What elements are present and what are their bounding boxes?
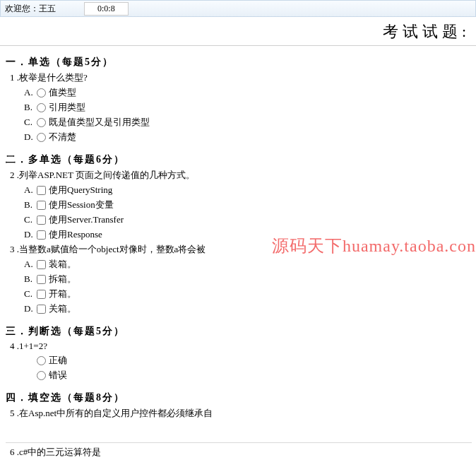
option-label: 拆箱。 [49, 273, 76, 285]
option-checkbox[interactable] [37, 275, 46, 284]
option-letter: B. [24, 101, 37, 114]
option-row: D. 不清楚 [24, 131, 472, 143]
option-label: 值类型 [49, 86, 76, 99]
option-row: 正确 [24, 354, 472, 367]
option-label: 既是值类型又是引用类型 [49, 116, 150, 129]
option-row: A. 装箱。 [24, 258, 472, 271]
option-label: 使用QueryString [49, 184, 112, 196]
exam-content: 一．单选（每题5分） 1 .枚举是什么类型?A. 值类型B. 引用类型C. 既是… [0, 46, 476, 460]
option-checkbox[interactable] [37, 260, 46, 269]
section-heading: 三．判断选（每题5分） [6, 325, 472, 338]
option-checkbox[interactable] [37, 305, 46, 314]
option-row: D. 使用Response [24, 228, 472, 241]
option-letter: D. [24, 131, 37, 143]
option-letter: A. [24, 86, 37, 99]
option-label: 装箱。 [49, 258, 76, 271]
option-letter: D. [24, 228, 37, 241]
answer-space [6, 421, 472, 435]
option-letter: C. [24, 213, 37, 226]
timer-display: 0:0:8 [84, 2, 129, 16]
option-label: 引用类型 [49, 101, 85, 114]
section-heading: 四．填空选（每题8分） [6, 391, 472, 404]
option-row: B. 引用类型 [24, 101, 472, 114]
option-label: 开箱。 [49, 288, 76, 300]
question-text: 1 .枚举是什么类型? [10, 71, 472, 84]
section-heading: 二．多单选（每题6分） [6, 153, 472, 166]
question-text: 6 .c#中的三元运算符是 [10, 446, 472, 459]
option-radio[interactable] [37, 133, 46, 142]
option-row: D. 关箱。 [24, 302, 472, 315]
option-row: 错误 [24, 369, 472, 382]
option-label: 使用Server.Transfer [49, 213, 124, 226]
option-letter: D. [24, 302, 37, 315]
option-checkbox[interactable] [37, 230, 46, 240]
option-row: A. 使用QueryString [24, 184, 472, 196]
option-label: 错误 [49, 369, 67, 382]
option-letter: B. [24, 273, 37, 285]
option-row: C. 开箱。 [24, 288, 472, 300]
option-label: 正确 [49, 354, 67, 367]
option-radio[interactable] [37, 103, 46, 112]
option-label: 使用Response [49, 228, 102, 241]
option-checkbox[interactable] [37, 201, 46, 210]
question-text: 4 .1+1=2? [10, 341, 472, 352]
option-letter: C. [24, 116, 37, 129]
option-letter: A. [24, 184, 37, 196]
welcome-text: 欢迎您：王五 [5, 3, 56, 15]
option-letter: B. [24, 199, 37, 211]
option-label: 关箱。 [49, 302, 76, 315]
option-letter: A. [24, 258, 37, 271]
question-text: 5 .在Asp.net中所有的自定义用户控件都必须继承自 [10, 407, 472, 420]
option-radio[interactable] [37, 356, 46, 365]
option-checkbox[interactable] [37, 216, 46, 225]
option-checkbox[interactable] [37, 290, 46, 299]
option-checkbox[interactable] [37, 186, 46, 195]
option-label: 使用Session变量 [49, 199, 114, 211]
option-label: 不清楚 [49, 131, 76, 143]
option-row: C. 既是值类型又是引用类型 [24, 116, 472, 129]
top-bar: 欢迎您：王五 0:0:8 [0, 0, 476, 17]
option-radio[interactable] [37, 88, 46, 98]
option-radio[interactable] [37, 118, 46, 127]
question-text: 2 .列举ASP.NET 页面之间传递值的几种方式。 [10, 169, 472, 182]
page-title: 考试试题: [0, 17, 476, 46]
option-row: C. 使用Server.Transfer [24, 213, 472, 226]
question-text: 3 .当整数a赋值给一个object对像时，整数a将会被 [10, 243, 472, 256]
option-row: A. 值类型 [24, 86, 472, 99]
option-row: B. 拆箱。 [24, 273, 472, 285]
section-heading: 一．单选（每题5分） [6, 56, 472, 69]
option-letter: C. [24, 288, 37, 300]
option-row: B. 使用Session变量 [24, 199, 472, 211]
divider [6, 442, 472, 443]
option-radio[interactable] [37, 371, 46, 380]
